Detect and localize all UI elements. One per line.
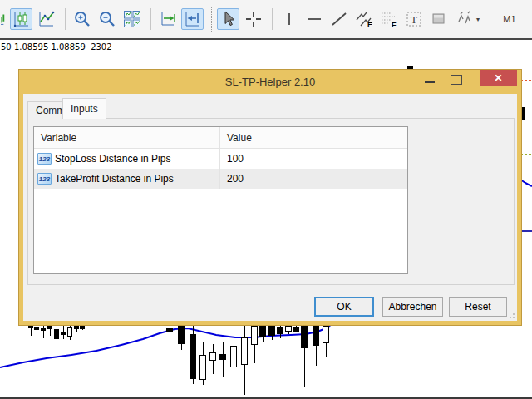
quote-info-line: 50 1.08595 1.08859 2302 bbox=[1, 42, 112, 52]
dialog-title: SL-TP-Helper 2.10 bbox=[19, 70, 521, 94]
zoom-in-button[interactable] bbox=[71, 8, 93, 30]
candle-chart-button[interactable] bbox=[10, 8, 32, 30]
crosshair-icon bbox=[244, 9, 264, 29]
tile-windows-icon bbox=[122, 9, 142, 29]
toolbar-separator bbox=[490, 7, 490, 32]
horizontal-line-button[interactable] bbox=[303, 8, 325, 30]
value-cell[interactable]: 100 bbox=[219, 153, 244, 165]
tab-inputs-label: Inputs bbox=[71, 103, 98, 115]
svg-text:E: E bbox=[367, 21, 372, 29]
trend-line-button[interactable] bbox=[328, 8, 350, 30]
line-chart-button[interactable] bbox=[35, 8, 57, 30]
zoom-in-icon bbox=[72, 9, 92, 29]
text-tool-button[interactable]: T bbox=[402, 8, 425, 30]
integer-parameter-icon: 123 bbox=[37, 153, 52, 165]
variable-cell: 123 TakeProfit Distance in Pips bbox=[34, 173, 219, 185]
maximize-button[interactable] bbox=[451, 75, 462, 85]
fibonacci-icon: F bbox=[379, 9, 399, 29]
auto-scroll-button[interactable] bbox=[156, 8, 179, 30]
arrows-icon bbox=[455, 9, 475, 29]
toolbar-separator bbox=[272, 8, 273, 30]
tab-inputs[interactable]: Inputs bbox=[62, 98, 106, 119]
column-header-variable: Variable bbox=[34, 132, 219, 144]
integer-parameter-icon: 123 bbox=[37, 173, 52, 185]
toolbar-separator bbox=[65, 8, 66, 30]
column-divider bbox=[219, 127, 220, 148]
variable-name: TakeProfit Distance in Pips bbox=[55, 173, 174, 185]
close-icon: ✕ bbox=[494, 72, 502, 84]
text-tool-icon: T bbox=[404, 9, 424, 29]
table-header: Variable Value bbox=[34, 127, 407, 149]
column-divider bbox=[219, 169, 220, 189]
cursor-button[interactable] bbox=[217, 8, 239, 30]
channel-icon: E bbox=[354, 9, 374, 29]
zoom-out-icon bbox=[97, 9, 117, 29]
trend-line-icon bbox=[329, 9, 349, 29]
toolbar-separator bbox=[150, 8, 151, 30]
close-button[interactable]: ✕ bbox=[480, 70, 517, 86]
parameters-table: Variable Value 123 StopLoss Distance in … bbox=[33, 126, 408, 274]
sl-tp-helper-dialog: SL-TP-Helper 2.10 ✕ Common Inputs Variab… bbox=[18, 69, 522, 326]
table-row[interactable]: 123 StopLoss Distance in Pips 100 bbox=[34, 149, 407, 169]
shapes-icon bbox=[429, 9, 449, 29]
dialog-content: Common Inputs Variable Value 123 StopLos… bbox=[23, 94, 517, 321]
table-row[interactable]: 123 TakeProfit Distance in Pips 200 bbox=[34, 169, 407, 189]
dialog-titlebar[interactable]: SL-TP-Helper 2.10 ✕ bbox=[19, 70, 521, 94]
toolbar: EFT▾M1 bbox=[0, 0, 532, 38]
chart-shift-icon bbox=[183, 9, 203, 29]
toolbar-separator bbox=[211, 7, 212, 32]
horizontal-line-icon bbox=[304, 9, 324, 29]
minimize-button[interactable] bbox=[425, 81, 435, 83]
vertical-line-button[interactable] bbox=[278, 8, 300, 30]
cursor-icon bbox=[219, 9, 239, 29]
column-header-value: Value bbox=[219, 132, 252, 144]
zoom-out-button[interactable] bbox=[96, 8, 118, 30]
svg-text:T: T bbox=[411, 13, 417, 26]
resize-grip[interactable] bbox=[506, 310, 515, 318]
tile-windows-button[interactable] bbox=[121, 8, 143, 30]
candle-chart-icon bbox=[12, 9, 32, 29]
variable-cell: 123 StopLoss Distance in Pips bbox=[34, 153, 219, 165]
column-divider bbox=[219, 149, 220, 169]
timeframe-m1-button[interactable]: M1 bbox=[495, 8, 524, 30]
line-chart-icon bbox=[37, 9, 57, 29]
bar-chart-icon bbox=[0, 9, 7, 29]
bar-chart-button[interactable] bbox=[0, 8, 7, 30]
dropdown-caret-icon: ▾ bbox=[476, 16, 480, 23]
vertical-line-icon bbox=[279, 9, 299, 29]
cancel-button[interactable]: Abbrechen bbox=[382, 297, 443, 317]
arrows-button[interactable]: ▾ bbox=[452, 8, 482, 30]
shapes-button[interactable] bbox=[427, 8, 450, 30]
ok-button[interactable]: OK bbox=[314, 297, 374, 317]
auto-scroll-icon bbox=[158, 9, 178, 29]
reset-button[interactable]: Reset bbox=[449, 297, 507, 317]
chart-shift-button[interactable] bbox=[181, 8, 204, 30]
svg-text:F: F bbox=[392, 21, 397, 29]
fibonacci-button[interactable]: F bbox=[377, 8, 400, 30]
value-cell[interactable]: 200 bbox=[219, 173, 244, 185]
toolbar-bottom-border bbox=[0, 38, 532, 40]
crosshair-button[interactable] bbox=[242, 8, 264, 30]
variable-name: StopLoss Distance in Pips bbox=[55, 153, 170, 165]
equidistant-channel-button[interactable]: E bbox=[352, 8, 375, 30]
